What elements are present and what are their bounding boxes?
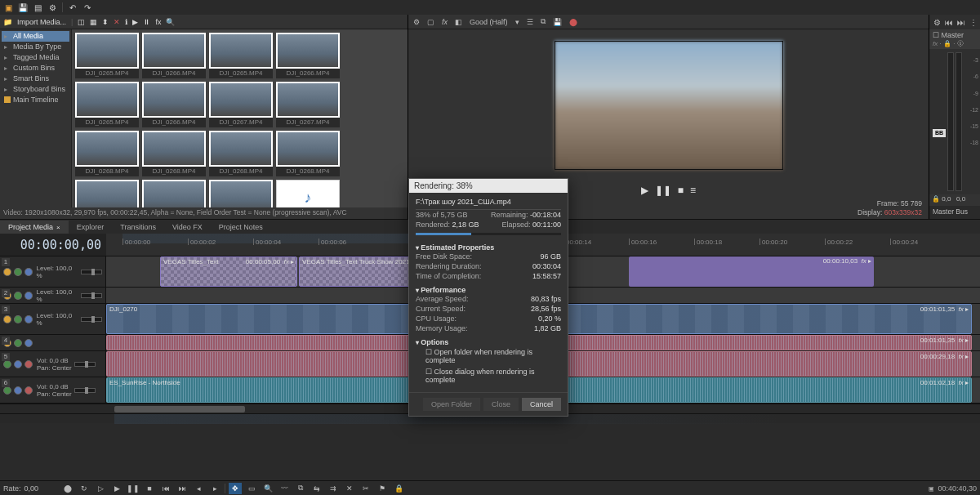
media-thumb[interactable]: DJI_0265.MP4 — [75, 33, 139, 78]
marker-icon[interactable]: ⚑ — [376, 483, 389, 494]
pause-icon[interactable]: ❚❚ — [127, 483, 140, 494]
tree-item[interactable]: Media By Type — [2, 42, 69, 52]
minimize-icon[interactable]: ☐ — [933, 31, 939, 39]
crossfade-icon[interactable]: ✕ — [343, 483, 356, 494]
redo-icon[interactable]: ↷ — [82, 2, 92, 12]
settings-icon[interactable]: ⚙ — [47, 2, 57, 12]
dialog-title[interactable]: Rendering: 38% — [409, 179, 568, 193]
stop-icon[interactable]: ⏸ — [143, 18, 150, 26]
skip-back-icon[interactable]: ⏮ — [945, 18, 953, 27]
clip[interactable]: VEGAS Titles_Text00:00:05,00 fx ▸ — [160, 256, 297, 287]
autoripple-icon[interactable]: ⇉ — [327, 483, 340, 494]
gear-icon[interactable]: ⚙ — [933, 18, 941, 27]
rec-icon[interactable]: ⬤ — [568, 18, 579, 26]
stop-button[interactable]: ■ — [678, 185, 684, 196]
track-header[interactable]: 4 — [0, 335, 106, 350]
loop-icon[interactable]: ↻ — [78, 483, 91, 494]
cancel-button[interactable]: Cancel — [522, 398, 561, 411]
view-icon[interactable]: ◫ — [78, 18, 85, 26]
master-bus-tab[interactable]: Master Bus — [929, 206, 980, 219]
media-thumb-audio[interactable]: ♪ES_Flying out - Northside.mp3 — [276, 180, 340, 207]
section-options[interactable]: Options — [416, 333, 561, 346]
tree-item[interactable]: Tagged Media — [2, 52, 69, 63]
tab-explorer[interactable]: Explorer — [69, 221, 113, 234]
media-thumb[interactable]: DJI_0268.MP4 — [75, 131, 139, 176]
media-thumb[interactable]: DJI_0267.MP4 — [276, 82, 340, 127]
sort-icon[interactable]: ⬍ — [102, 18, 109, 26]
menu-icon[interactable]: ≡ — [690, 185, 696, 196]
skip-fwd-icon[interactable]: ⏭ — [957, 18, 965, 27]
track-header[interactable]: 1Level: 100,0 % — [0, 256, 106, 287]
snap-icon[interactable]: ⧉ — [294, 483, 307, 494]
media-thumb[interactable]: DJI_0269.MP4 — [75, 180, 139, 207]
rec-icon[interactable]: ⬤ — [61, 483, 74, 494]
open-icon[interactable]: ▤ — [33, 2, 42, 12]
tool-edit-icon[interactable]: ✥ — [229, 483, 242, 494]
track-header[interactable]: 5Vol: 0,0 dBPan: Center — [0, 351, 106, 377]
fx-icon[interactable]: fx — [440, 18, 449, 26]
media-thumb[interactable]: DJI_0268.MP4 — [142, 131, 206, 176]
media-thumb[interactable]: DJI_0266.MP4 — [276, 33, 340, 78]
checkbox-open-folder[interactable]: Open folder when rendering is complete — [416, 346, 561, 366]
remove-icon[interactable]: ✕ — [114, 18, 120, 26]
media-thumb[interactable]: DJI_0268.MP4 — [209, 131, 273, 176]
tree-item-main[interactable]: Main Timeline — [2, 95, 69, 105]
split-icon[interactable]: ✂ — [359, 483, 372, 494]
folder-icon[interactable]: ▣ — [3, 2, 13, 12]
media-thumb[interactable]: DJI_0265.MP4 — [75, 82, 139, 127]
preview-viewport[interactable] — [408, 29, 929, 181]
overlay-icon[interactable]: ☰ — [525, 18, 535, 26]
props-icon[interactable]: ℹ — [125, 18, 127, 26]
copy-icon[interactable]: ⧉ — [539, 17, 547, 26]
media-thumb[interactable]: DJI_0269.MP4 — [142, 180, 206, 207]
pause-button[interactable]: ❚❚ — [655, 185, 671, 196]
tree-item[interactable]: Smart Bins — [2, 74, 69, 84]
tool-zoom-icon[interactable]: 🔍 — [261, 483, 274, 494]
import-folder-icon[interactable]: 📁 — [3, 18, 12, 26]
search-icon[interactable]: 🔍 — [166, 18, 175, 26]
tab-transitions[interactable]: Transitions — [112, 221, 164, 234]
go-start-icon[interactable]: ⏮ — [159, 483, 172, 494]
tool-env-icon[interactable]: 〰 — [278, 483, 291, 494]
media-thumb[interactable]: DJI_0266.MP4 — [142, 33, 206, 78]
open-folder-button[interactable]: Open Folder — [423, 398, 480, 411]
tab-videofx[interactable]: Video FX — [164, 221, 211, 234]
media-thumb[interactable]: DJI_0270.MP4 — [209, 180, 273, 207]
save-snap-icon[interactable]: 💾 — [551, 18, 564, 26]
play-icon[interactable]: ▶ — [132, 18, 138, 26]
clip[interactable]: 00:00:10,03 fx ▸ — [629, 256, 874, 287]
split-icon[interactable]: ◧ — [453, 18, 464, 26]
undo-icon[interactable]: ↶ — [68, 2, 78, 12]
media-thumb[interactable]: DJI_0268.MP4 — [276, 131, 340, 176]
ripple-icon[interactable]: ⇆ — [310, 483, 323, 494]
menu-icon[interactable]: ⋮ — [969, 18, 978, 27]
prev-frame-icon[interactable]: ◂ — [192, 483, 205, 494]
tab-notes[interactable]: Project Notes — [211, 221, 271, 234]
media-thumb[interactable]: DJI_0266.MP4 — [142, 82, 206, 127]
import-media-button[interactable]: Import Media... — [17, 18, 66, 26]
media-thumb[interactable]: DJI_0265.MP4 — [209, 33, 273, 78]
track-header[interactable]: 6Vol: 0,0 dBPan: Center — [0, 377, 106, 403]
render-dialog[interactable]: Rendering: 38% F:\Трак шоу 2021_США.mp4 … — [408, 178, 568, 417]
section-performance[interactable]: Performance — [416, 281, 561, 294]
play-button[interactable]: ▶ — [641, 185, 648, 196]
fx-icon[interactable]: fx — [155, 18, 161, 26]
play-icon[interactable]: ▶ — [110, 483, 123, 494]
gear-icon[interactable]: ⚙ — [412, 18, 421, 26]
tool-select-icon[interactable]: ▭ — [245, 483, 258, 494]
tree-item[interactable]: Storyboard Bins — [2, 84, 69, 95]
tree-item-all[interactable]: All Media — [2, 31, 69, 42]
bb-icon[interactable]: BB — [933, 129, 946, 137]
tab-project-media[interactable]: Project Media× — [0, 221, 69, 234]
save-icon[interactable]: 💾 — [18, 2, 28, 12]
play-start-icon[interactable]: ▷ — [94, 483, 107, 494]
view2-icon[interactable]: ▦ — [90, 18, 97, 26]
timecode-display[interactable]: 00:00:00,00 — [0, 234, 106, 256]
next-frame-icon[interactable]: ▸ — [208, 483, 221, 494]
stop-icon[interactable]: ■ — [143, 483, 156, 494]
section-estimated[interactable]: Estimated Properties — [416, 239, 561, 252]
checkbox-close-dialog[interactable]: Close dialog when rendering is complete — [416, 366, 561, 386]
media-thumb[interactable]: DJI_0267.MP4 — [209, 82, 273, 127]
track-header[interactable]: 3Level: 100,0 % — [0, 304, 106, 334]
chevron-down-icon[interactable]: ▾ — [514, 18, 521, 26]
